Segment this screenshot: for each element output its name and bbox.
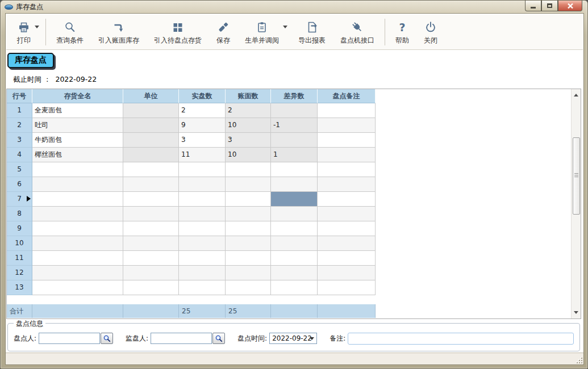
cell-diff[interactable] — [271, 207, 318, 221]
column-header-actual[interactable]: 实盘数 — [179, 89, 226, 103]
row-number-cell[interactable]: 4 — [7, 148, 32, 162]
counter-lookup-button[interactable] — [101, 333, 113, 344]
cell-unit[interactable] — [123, 177, 179, 192]
cell-name[interactable]: 全麦面包 — [32, 103, 123, 118]
cell-note[interactable] — [318, 177, 376, 192]
supervisor-lookup-button[interactable] — [212, 333, 225, 344]
cell-book[interactable]: 2 — [226, 103, 271, 118]
cell-name[interactable] — [32, 236, 123, 251]
cell-unit[interactable] — [123, 266, 179, 280]
cell-note[interactable] — [318, 251, 376, 266]
cell-diff[interactable] — [271, 221, 318, 236]
cell-book[interactable] — [226, 266, 271, 280]
cell-actual[interactable] — [179, 207, 226, 221]
row-number-cell[interactable]: 10 — [7, 236, 32, 251]
scroll-up-button[interactable] — [572, 90, 581, 100]
cell-diff[interactable] — [271, 162, 318, 177]
cell-unit[interactable] — [123, 251, 179, 266]
cell-unit[interactable] — [123, 148, 179, 162]
cell-book[interactable]: 10 — [226, 118, 271, 133]
cell-note[interactable] — [318, 133, 376, 148]
cell-diff[interactable] — [271, 280, 318, 295]
cell-book[interactable] — [226, 221, 271, 236]
row-number-cell[interactable]: 1 — [7, 103, 32, 118]
maximize-button[interactable] — [541, 1, 558, 11]
cell-note[interactable] — [318, 148, 376, 162]
cell-unit[interactable] — [123, 280, 179, 295]
cell-diff[interactable] — [271, 177, 318, 192]
cell-book[interactable]: 3 — [226, 133, 271, 148]
cell-diff[interactable] — [271, 192, 318, 207]
count-time-select[interactable]: 2022-09-22 — [269, 333, 317, 344]
dropdown-arrow-icon[interactable] — [35, 26, 39, 28]
row-number-cell[interactable]: 6 — [7, 177, 32, 192]
cell-actual[interactable] — [179, 266, 226, 280]
cell-note[interactable] — [318, 103, 376, 118]
toolbar-button-close[interactable]: 关闭 — [416, 18, 445, 47]
cell-book[interactable] — [226, 251, 271, 266]
column-header-book[interactable]: 账面数 — [226, 89, 271, 103]
cell-book[interactable] — [226, 236, 271, 251]
toolbar-button-help[interactable]: ?帮助 — [388, 18, 416, 47]
cell-name[interactable] — [32, 221, 123, 236]
cell-note[interactable] — [318, 221, 376, 236]
cell-name[interactable] — [32, 266, 123, 280]
cell-actual[interactable] — [179, 251, 226, 266]
cell-actual[interactable] — [179, 177, 226, 192]
cell-actual[interactable]: 9 — [179, 118, 226, 133]
cell-actual[interactable] — [179, 162, 226, 177]
cell-diff[interactable] — [271, 251, 318, 266]
cell-unit[interactable] — [123, 103, 179, 118]
toolbar-button-import-book[interactable]: 引入账面库存 — [91, 18, 147, 47]
cell-actual[interactable]: 2 — [179, 103, 226, 118]
minimize-button[interactable] — [525, 1, 541, 11]
row-number-cell[interactable]: 7 — [7, 192, 32, 207]
toolbar-button-print[interactable]: 打印 — [10, 18, 38, 47]
cell-actual[interactable] — [179, 280, 226, 295]
column-header-no[interactable]: 行号 — [7, 89, 32, 103]
cell-name[interactable] — [32, 207, 123, 221]
cell-unit[interactable] — [123, 207, 179, 221]
column-header-note[interactable]: 盘点备注 — [318, 89, 376, 103]
cell-note[interactable] — [318, 162, 376, 177]
cell-note[interactable] — [318, 207, 376, 221]
toolbar-button-create-doc[interactable]: 生单并调阅 — [237, 18, 286, 47]
row-number-cell[interactable]: 2 — [7, 118, 32, 133]
column-header-unit[interactable]: 单位 — [123, 89, 179, 103]
cell-book[interactable] — [226, 280, 271, 295]
cell-unit[interactable] — [123, 236, 179, 251]
cell-diff[interactable] — [271, 236, 318, 251]
cell-note[interactable] — [318, 280, 376, 295]
row-number-cell[interactable]: 9 — [7, 221, 32, 236]
dropdown-arrow-icon[interactable] — [283, 26, 287, 28]
toolbar-button-device[interactable]: 盘点机接口 — [333, 18, 382, 47]
scroll-down-button[interactable] — [572, 308, 581, 317]
supervisor-input[interactable] — [151, 333, 212, 344]
scrollbar-thumb[interactable] — [573, 137, 580, 215]
resize-grip[interactable] — [576, 357, 582, 363]
cell-diff[interactable] — [271, 133, 318, 148]
cell-note[interactable] — [318, 266, 376, 280]
cell-diff[interactable]: 1 — [271, 148, 318, 162]
cell-name[interactable] — [32, 192, 123, 207]
tab-inventory-count[interactable]: 库存盘点 — [7, 53, 54, 68]
cell-book[interactable]: 10 — [226, 148, 271, 162]
cell-actual[interactable] — [179, 236, 226, 251]
cell-diff[interactable]: -1 — [271, 118, 318, 133]
vertical-scrollbar[interactable] — [571, 89, 581, 318]
toolbar-button-import-pending[interactable]: 引入待盘点存货 — [147, 18, 209, 47]
cell-book[interactable] — [226, 162, 271, 177]
cell-name[interactable]: 椰丝面包 — [32, 148, 123, 162]
cell-unit[interactable] — [123, 118, 179, 133]
row-number-cell[interactable]: 8 — [7, 207, 32, 221]
counter-input[interactable] — [39, 333, 100, 344]
note-input[interactable] — [348, 333, 574, 345]
column-header-diff[interactable]: 差异数 — [271, 89, 318, 103]
cell-book[interactable] — [226, 177, 271, 192]
cell-name[interactable] — [32, 177, 123, 192]
toolbar-button-export[interactable]: 导出报表 — [291, 18, 333, 47]
column-header-name[interactable]: 存货全名 — [32, 89, 123, 103]
titlebar[interactable]: 库存盘点 — [1, 1, 587, 13]
cell-name[interactable] — [32, 280, 123, 295]
cell-unit[interactable] — [123, 192, 179, 207]
